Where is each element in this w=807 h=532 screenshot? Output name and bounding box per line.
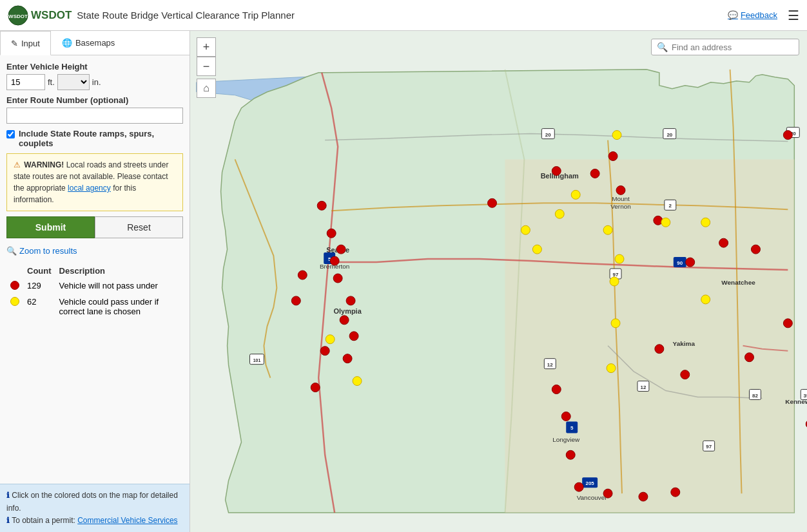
- svg-text:97: 97: [706, 444, 712, 450]
- svg-point-74: [561, 412, 570, 421]
- map-area[interactable]: + − ⌂ 🔍: [190, 31, 807, 532]
- svg-text:90: 90: [677, 260, 683, 266]
- result-description: Vehicle could pass under if correct lane…: [55, 294, 183, 319]
- header: WSDOT WSDOT State Route Bridge Vertical …: [0, 0, 807, 31]
- tab-basemaps-label: Basemaps: [75, 38, 115, 48]
- feedback-link[interactable]: 💬 Feedback: [728, 10, 777, 20]
- svg-text:Kennewick: Kennewick: [785, 398, 807, 405]
- svg-text:Yakima: Yakima: [673, 340, 695, 347]
- svg-point-112: [326, 335, 335, 344]
- main-layout: ✎ Input 🌐 Basemaps Enter Vehicle Height …: [0, 31, 807, 532]
- zoom-out-button[interactable]: −: [197, 57, 216, 76]
- svg-point-65: [346, 296, 355, 305]
- checkbox-label[interactable]: Include State Route ramps, spurs, couple…: [19, 129, 183, 148]
- svg-text:2: 2: [669, 203, 672, 209]
- svg-point-86: [681, 370, 690, 379]
- height-ft-input[interactable]: [6, 74, 45, 90]
- col-icon: [6, 263, 23, 278]
- info-line2: ℹ To obtain a permit: Commercial Vehicle…: [6, 515, 183, 527]
- svg-point-88: [783, 319, 792, 328]
- svg-point-101: [603, 225, 612, 234]
- svg-point-85: [655, 345, 664, 354]
- svg-point-72: [311, 383, 320, 392]
- feedback-chat-icon: 💬: [728, 10, 738, 20]
- svg-text:Vernon: Vernon: [610, 203, 631, 210]
- home-button[interactable]: ⌂: [197, 79, 216, 98]
- result-dot: [10, 297, 19, 306]
- logo: WSDOT WSDOT: [8, 5, 72, 26]
- sidebar-content: Enter Vehicle Height ft. 1234 5678 91011…: [0, 55, 190, 325]
- ft-label: ft.: [48, 77, 55, 87]
- svg-point-82: [686, 258, 695, 267]
- search-icon: 🔍: [657, 42, 668, 52]
- svg-text:12: 12: [640, 385, 646, 390]
- svg-point-61: [327, 229, 336, 238]
- route-input[interactable]: [6, 108, 183, 124]
- svg-text:WSDOT: WSDOT: [8, 14, 28, 19]
- buttons-row: Submit Reset: [6, 216, 183, 238]
- result-description: Vehicle will not pass under: [55, 278, 183, 294]
- address-input[interactable]: [672, 43, 793, 52]
- ramps-checkbox[interactable]: [6, 130, 15, 138]
- info-text1: Click on the colored dots on the map for…: [6, 491, 178, 512]
- zoom-in-button[interactable]: +: [197, 37, 216, 57]
- svg-point-107: [661, 218, 670, 227]
- result-count: 129: [23, 278, 55, 294]
- svg-point-68: [298, 271, 307, 280]
- svg-text:101: 101: [253, 358, 261, 363]
- zoom-label: Zoom to results: [19, 246, 77, 256]
- svg-point-62: [336, 245, 345, 254]
- svg-point-109: [701, 295, 710, 304]
- vehicle-height-section: Enter Vehicle Height ft. 1234 5678 91011…: [6, 62, 183, 90]
- result-count: 62: [23, 294, 55, 319]
- header-title: State Route Bridge Vertical Clearance Tr…: [77, 10, 295, 21]
- zoom-icon: 🔍: [6, 246, 17, 256]
- height-in-select[interactable]: 1234 5678 91011: [57, 74, 90, 90]
- col-count: Count: [23, 263, 55, 278]
- reset-button[interactable]: Reset: [95, 216, 183, 238]
- tab-input[interactable]: ✎ Input: [0, 31, 51, 55]
- tab-bar: ✎ Input 🌐 Basemaps: [0, 31, 190, 55]
- tab-basemaps[interactable]: 🌐 Basemaps: [51, 31, 126, 55]
- svg-text:82: 82: [752, 393, 758, 399]
- svg-point-106: [555, 209, 564, 218]
- svg-point-95: [783, 131, 792, 140]
- submit-button[interactable]: Submit: [6, 216, 95, 238]
- svg-point-57: [590, 169, 599, 178]
- svg-point-69: [291, 296, 300, 305]
- results-table: Count Description 129 Vehicle will not p…: [6, 263, 183, 319]
- hamburger-icon[interactable]: ☰: [788, 8, 799, 23]
- svg-point-103: [610, 277, 619, 286]
- svg-point-102: [615, 254, 624, 263]
- feedback-label: Feedback: [741, 10, 777, 20]
- vehicle-height-label: Enter Vehicle Height: [6, 62, 183, 71]
- warning-title: WARNING!: [24, 160, 64, 169]
- svg-point-59: [317, 201, 326, 210]
- result-dot-cell: [6, 278, 23, 294]
- svg-point-114: [532, 245, 541, 254]
- svg-point-66: [340, 316, 349, 325]
- svg-point-104: [611, 319, 620, 328]
- logo-text: WSDOT: [31, 9, 72, 22]
- svg-point-110: [353, 377, 362, 386]
- local-agency-link[interactable]: local agency: [68, 184, 111, 193]
- svg-point-79: [671, 488, 680, 497]
- svg-point-64: [333, 274, 342, 283]
- svg-point-80: [608, 152, 617, 161]
- commercial-vehicle-link[interactable]: Commercial Vehicle Services: [77, 516, 177, 525]
- zoom-to-results-link[interactable]: 🔍 Zoom to results: [6, 243, 183, 258]
- svg-text:Mount: Mount: [612, 195, 630, 202]
- svg-text:5: 5: [570, 425, 574, 431]
- route-label: Enter Route Number (optional): [6, 95, 183, 105]
- svg-point-67: [349, 332, 358, 341]
- checkbox-row: Include State Route ramps, spurs, couple…: [6, 129, 183, 148]
- result-row: 62 Vehicle could pass under if correct l…: [6, 294, 183, 319]
- svg-point-76: [574, 482, 583, 491]
- col-desc: Description: [55, 263, 183, 278]
- input-tab-icon: ✎: [11, 39, 18, 48]
- header-right: 💬 Feedback ☰: [728, 8, 799, 23]
- info-icon-2: ℹ: [6, 516, 10, 525]
- tab-input-label: Input: [21, 39, 40, 48]
- wa-state-map: 5 90 5 205 30 101 2 2 20: [190, 31, 807, 532]
- svg-point-77: [603, 489, 612, 498]
